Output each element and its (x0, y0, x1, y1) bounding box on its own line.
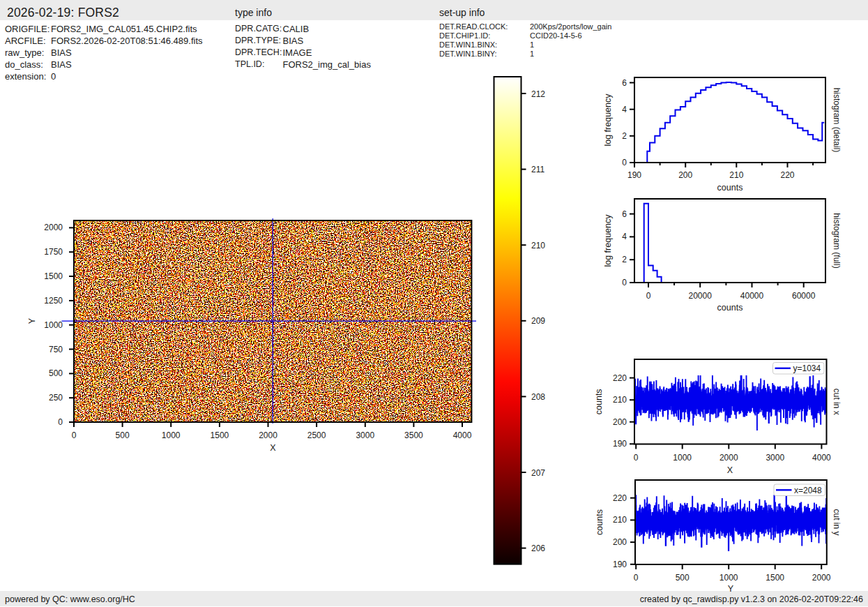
svg-text:40000: 40000 (740, 291, 764, 301)
svg-text:0: 0 (72, 430, 77, 440)
svg-text:Y: Y (728, 584, 734, 594)
svg-text:X: X (727, 465, 733, 475)
svg-text:6: 6 (622, 209, 627, 219)
svg-text:1000: 1000 (673, 453, 692, 463)
svg-text:0: 0 (622, 158, 627, 167)
svg-text:0: 0 (58, 417, 63, 427)
svg-text:220: 220 (613, 373, 627, 383)
svg-text:20000: 20000 (689, 291, 713, 301)
svg-text:counts: counts (717, 303, 743, 313)
svg-text:750: 750 (49, 345, 63, 354)
svg-text:0: 0 (646, 291, 651, 301)
svg-text:200: 200 (613, 417, 627, 427)
svg-text:2: 2 (622, 131, 627, 141)
svg-text:1750: 1750 (44, 247, 63, 257)
svg-text:y=1034: y=1034 (793, 364, 821, 373)
svg-text:500: 500 (116, 430, 130, 440)
svg-text:4000: 4000 (453, 430, 472, 440)
svg-text:210: 210 (613, 395, 627, 405)
svg-text:3500: 3500 (404, 430, 423, 440)
svg-text:206: 206 (531, 544, 545, 553)
svg-text:210: 210 (613, 515, 627, 525)
svg-text:0: 0 (622, 278, 627, 287)
svg-text:0: 0 (634, 453, 639, 463)
svg-text:x=2048: x=2048 (794, 486, 822, 495)
svg-text:2000: 2000 (259, 430, 277, 440)
svg-text:counts: counts (717, 183, 743, 193)
svg-text:209: 209 (531, 316, 545, 326)
svg-text:200: 200 (613, 537, 627, 547)
svg-text:220: 220 (613, 493, 627, 503)
svg-text:1000: 1000 (162, 430, 181, 440)
svg-text:208: 208 (531, 392, 545, 402)
svg-text:2: 2 (622, 255, 627, 264)
svg-text:log frequency: log frequency (603, 214, 613, 267)
svg-text:210: 210 (729, 170, 743, 180)
svg-text:207: 207 (531, 468, 545, 478)
svg-text:Y: Y (27, 317, 37, 324)
svg-text:210: 210 (531, 241, 545, 250)
svg-text:4000: 4000 (812, 453, 831, 463)
svg-text:0: 0 (634, 573, 639, 583)
svg-text:1000: 1000 (719, 573, 738, 583)
svg-text:3000: 3000 (356, 430, 374, 440)
svg-text:2000: 2000 (812, 573, 831, 583)
svg-text:1500: 1500 (766, 573, 784, 583)
svg-text:60000: 60000 (792, 291, 816, 301)
svg-text:1500: 1500 (44, 271, 63, 281)
svg-text:log frequency: log frequency (603, 93, 613, 147)
svg-text:2000: 2000 (719, 453, 738, 463)
svg-text:212: 212 (531, 89, 545, 99)
svg-text:200: 200 (678, 170, 692, 180)
svg-text:histogram (full): histogram (full) (832, 213, 842, 268)
svg-text:3000: 3000 (766, 453, 784, 463)
svg-text:2000: 2000 (44, 223, 63, 232)
svg-text:counts: counts (595, 509, 604, 535)
svg-text:220: 220 (780, 170, 794, 180)
svg-text:X: X (270, 443, 276, 453)
svg-text:counts: counts (595, 389, 604, 414)
svg-text:cut in y: cut in y (832, 509, 842, 535)
svg-text:500: 500 (49, 368, 63, 378)
svg-text:1500: 1500 (211, 430, 229, 440)
svg-text:histogram (detail): histogram (detail) (832, 88, 842, 153)
svg-text:1000: 1000 (44, 320, 63, 330)
svg-text:4: 4 (622, 105, 627, 114)
svg-text:250: 250 (49, 393, 63, 403)
svg-text:211: 211 (531, 165, 545, 174)
svg-text:190: 190 (613, 439, 627, 449)
svg-text:190: 190 (627, 170, 641, 180)
svg-text:1250: 1250 (44, 296, 63, 306)
svg-text:cut in x: cut in x (832, 389, 842, 415)
svg-text:6: 6 (622, 78, 627, 88)
svg-text:4: 4 (622, 232, 627, 241)
svg-text:190: 190 (613, 560, 627, 569)
svg-text:2500: 2500 (307, 430, 326, 440)
svg-text:500: 500 (676, 573, 690, 583)
